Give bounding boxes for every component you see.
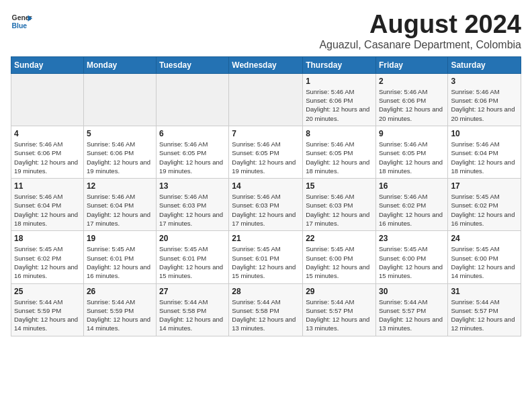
weekday-header-tuesday: Tuesday [157,56,229,73]
calendar-cell: 28Sunrise: 5:44 AM Sunset: 5:58 PM Dayli… [229,283,303,336]
day-number: 2 [379,77,445,86]
day-number: 28 [232,287,300,296]
day-number: 11 [14,181,81,191]
day-info: Sunrise: 5:44 AM Sunset: 5:57 PM Dayligh… [306,298,373,333]
calendar-cell [157,73,229,126]
day-info: Sunrise: 5:46 AM Sunset: 6:04 PM Dayligh… [87,192,153,228]
calendar-cell: 1Sunrise: 5:46 AM Sunset: 6:06 PM Daylig… [303,73,376,126]
day-info: Sunrise: 5:44 AM Sunset: 5:58 PM Dayligh… [232,298,300,333]
logo-icon: General Blue [11,11,32,32]
calendar-cell: 26Sunrise: 5:44 AM Sunset: 5:59 PM Dayli… [83,283,156,336]
calendar-cell: 20Sunrise: 5:45 AM Sunset: 6:01 PM Dayli… [157,231,229,283]
calendar-cell: 6Sunrise: 5:46 AM Sunset: 6:05 PM Daylig… [157,126,229,178]
day-info: Sunrise: 5:46 AM Sunset: 6:04 PM Dayligh… [451,140,518,175]
weekday-header-thursday: Thursday [303,56,376,73]
day-info: Sunrise: 5:45 AM Sunset: 6:00 PM Dayligh… [306,244,373,280]
day-number: 22 [306,234,373,243]
day-info: Sunrise: 5:46 AM Sunset: 6:05 PM Dayligh… [379,140,445,175]
calendar-cell: 9Sunrise: 5:46 AM Sunset: 6:05 PM Daylig… [375,126,447,178]
calendar-cell: 25Sunrise: 5:44 AM Sunset: 5:59 PM Dayli… [11,283,84,336]
day-info: Sunrise: 5:46 AM Sunset: 6:06 PM Dayligh… [306,87,373,123]
day-number: 8 [306,129,373,138]
day-info: Sunrise: 5:46 AM Sunset: 6:06 PM Dayligh… [451,87,518,123]
day-info: Sunrise: 5:44 AM Sunset: 5:59 PM Dayligh… [87,298,153,333]
calendar-cell: 17Sunrise: 5:45 AM Sunset: 6:02 PM Dayli… [448,179,521,231]
calendar-cell: 27Sunrise: 5:44 AM Sunset: 5:58 PM Dayli… [157,283,229,336]
day-info: Sunrise: 5:45 AM Sunset: 6:01 PM Dayligh… [232,244,300,280]
day-number: 27 [159,287,226,296]
day-info: Sunrise: 5:45 AM Sunset: 6:02 PM Dayligh… [451,192,518,228]
calendar-cell: 4Sunrise: 5:46 AM Sunset: 6:06 PM Daylig… [11,126,84,178]
title-area: August 2024 Aguazul, Casanare Department… [319,11,521,51]
calendar-cell: 15Sunrise: 5:46 AM Sunset: 6:03 PM Dayli… [303,179,376,231]
day-number: 26 [87,287,153,296]
calendar-cell [11,73,84,126]
day-number: 20 [159,234,226,243]
calendar-cell: 3Sunrise: 5:46 AM Sunset: 6:06 PM Daylig… [448,73,521,126]
calendar-cell: 12Sunrise: 5:46 AM Sunset: 6:04 PM Dayli… [83,179,156,231]
day-info: Sunrise: 5:45 AM Sunset: 6:01 PM Dayligh… [87,244,153,280]
day-number: 3 [451,77,518,86]
month-title: August 2024 [319,11,521,39]
calendar-body: 1Sunrise: 5:46 AM Sunset: 6:06 PM Daylig… [11,73,521,336]
day-number: 7 [232,129,300,138]
day-info: Sunrise: 5:46 AM Sunset: 6:03 PM Dayligh… [159,192,226,228]
calendar-week-3: 11Sunrise: 5:46 AM Sunset: 6:04 PM Dayli… [11,179,521,231]
calendar-cell: 24Sunrise: 5:45 AM Sunset: 6:00 PM Dayli… [448,231,521,283]
day-info: Sunrise: 5:45 AM Sunset: 6:00 PM Dayligh… [451,244,518,280]
calendar-week-5: 25Sunrise: 5:44 AM Sunset: 5:59 PM Dayli… [11,283,521,336]
weekday-header-row: SundayMondayTuesdayWednesdayThursdayFrid… [11,56,521,73]
day-info: Sunrise: 5:45 AM Sunset: 6:01 PM Dayligh… [159,244,226,280]
day-info: Sunrise: 5:46 AM Sunset: 6:03 PM Dayligh… [306,192,373,228]
calendar-week-2: 4Sunrise: 5:46 AM Sunset: 6:06 PM Daylig… [11,126,521,178]
day-number: 9 [379,129,445,138]
day-number: 23 [379,234,445,243]
calendar-cell: 7Sunrise: 5:46 AM Sunset: 6:05 PM Daylig… [229,126,303,178]
day-info: Sunrise: 5:46 AM Sunset: 6:03 PM Dayligh… [232,192,300,228]
day-number: 19 [87,234,153,243]
calendar-table: SundayMondayTuesdayWednesdayThursdayFrid… [11,56,521,336]
day-info: Sunrise: 5:44 AM Sunset: 5:57 PM Dayligh… [379,298,445,333]
calendar-cell: 19Sunrise: 5:45 AM Sunset: 6:01 PM Dayli… [83,231,156,283]
weekday-header-sunday: Sunday [11,56,84,73]
day-number: 1 [306,77,373,86]
svg-text:Blue: Blue [12,22,28,30]
day-info: Sunrise: 5:46 AM Sunset: 6:05 PM Dayligh… [159,140,226,175]
calendar-cell: 16Sunrise: 5:46 AM Sunset: 6:02 PM Dayli… [375,179,447,231]
day-number: 4 [14,129,81,138]
day-number: 15 [306,181,373,191]
day-number: 10 [451,129,518,138]
calendar-cell [83,73,156,126]
day-info: Sunrise: 5:45 AM Sunset: 6:02 PM Dayligh… [14,244,81,280]
weekday-header-friday: Friday [375,56,447,73]
location-title: Aguazul, Casanare Department, Colombia [319,39,521,51]
calendar-cell: 23Sunrise: 5:45 AM Sunset: 6:00 PM Dayli… [375,231,447,283]
day-number: 16 [379,181,445,191]
calendar-week-4: 18Sunrise: 5:45 AM Sunset: 6:02 PM Dayli… [11,231,521,283]
day-number: 31 [451,287,518,296]
day-number: 29 [306,287,373,296]
calendar-cell: 30Sunrise: 5:44 AM Sunset: 5:57 PM Dayli… [375,283,447,336]
day-number: 18 [14,234,81,243]
day-number: 25 [14,287,81,296]
calendar-cell: 2Sunrise: 5:46 AM Sunset: 6:06 PM Daylig… [375,73,447,126]
day-number: 13 [159,181,226,191]
calendar-header: SundayMondayTuesdayWednesdayThursdayFrid… [11,56,521,73]
day-number: 30 [379,287,445,296]
calendar-cell: 13Sunrise: 5:46 AM Sunset: 6:03 PM Dayli… [157,179,229,231]
day-info: Sunrise: 5:46 AM Sunset: 6:02 PM Dayligh… [379,192,445,228]
day-number: 21 [232,234,300,243]
day-info: Sunrise: 5:46 AM Sunset: 6:06 PM Dayligh… [379,87,445,123]
day-number: 12 [87,181,153,191]
weekday-header-saturday: Saturday [448,56,521,73]
day-info: Sunrise: 5:45 AM Sunset: 6:00 PM Dayligh… [379,244,445,280]
day-info: Sunrise: 5:46 AM Sunset: 6:06 PM Dayligh… [14,140,81,175]
day-number: 14 [232,181,300,191]
calendar-cell: 14Sunrise: 5:46 AM Sunset: 6:03 PM Dayli… [229,179,303,231]
calendar-cell: 22Sunrise: 5:45 AM Sunset: 6:00 PM Dayli… [303,231,376,283]
calendar-cell: 29Sunrise: 5:44 AM Sunset: 5:57 PM Dayli… [303,283,376,336]
day-info: Sunrise: 5:44 AM Sunset: 5:57 PM Dayligh… [451,298,518,333]
day-info: Sunrise: 5:46 AM Sunset: 6:04 PM Dayligh… [14,192,81,228]
day-info: Sunrise: 5:44 AM Sunset: 5:58 PM Dayligh… [159,298,226,333]
day-number: 24 [451,234,518,243]
